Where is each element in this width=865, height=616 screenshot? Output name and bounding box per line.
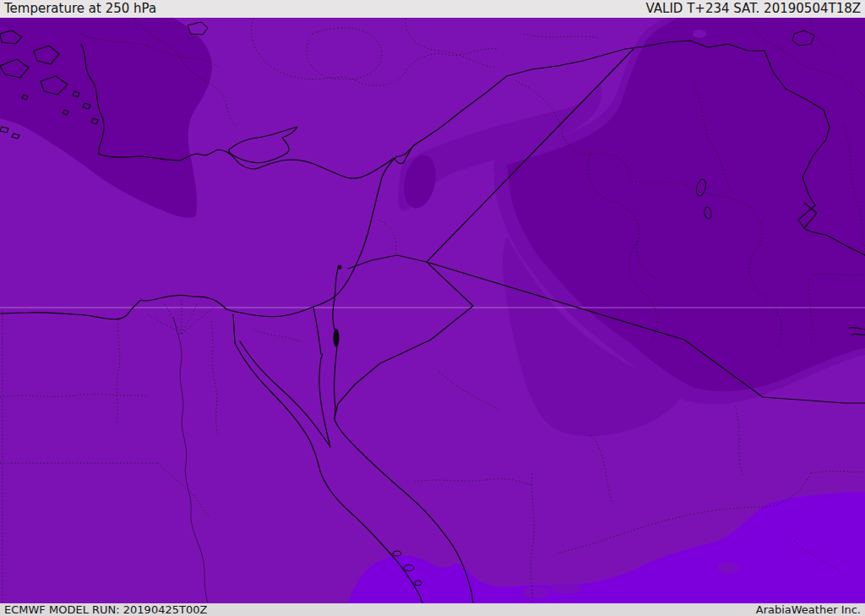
- temp-oval-3: [718, 562, 738, 574]
- title-bar: Temperature at 250 hPa VALID T+234 SAT. …: [0, 0, 865, 18]
- brand-label: ArabiaWeather Inc.: [756, 604, 861, 615]
- model-run-label: ECMWF MODEL RUN: 20190425T00Z: [4, 604, 207, 615]
- dead-sea: [334, 329, 340, 347]
- map-title: Temperature at 250 hPa: [4, 3, 156, 15]
- status-bar: ECMWF MODEL RUN: 20190425T00Z ArabiaWeat…: [0, 603, 865, 616]
- temp-spot-light: [693, 30, 706, 38]
- temp-oval-1: [522, 586, 549, 598]
- map-container: [0, 18, 865, 603]
- temp-oval-2: [551, 584, 581, 595]
- valid-time-label: VALID T+234 SAT. 20190504T18Z: [646, 3, 861, 15]
- weather-map: [0, 18, 865, 603]
